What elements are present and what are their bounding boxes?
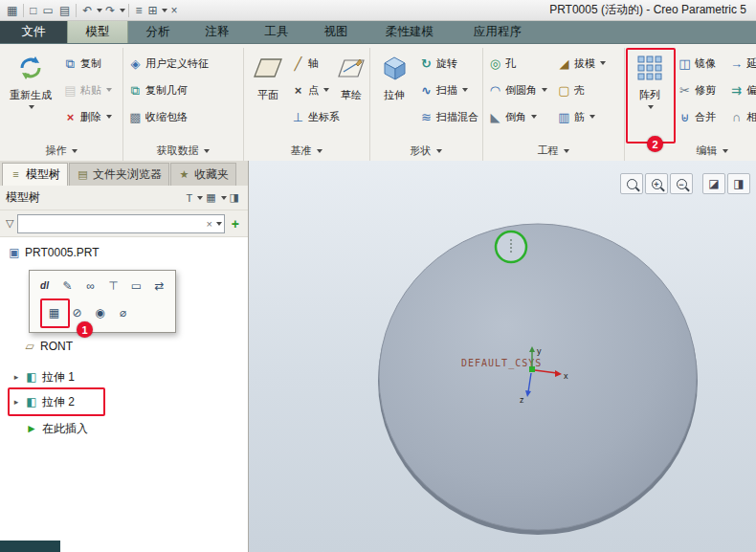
redo-icon[interactable]: ↷ xyxy=(102,1,118,20)
copy-button[interactable]: ⧉ 复制 xyxy=(63,52,101,75)
revolve-button[interactable]: ↻ 旋转 xyxy=(419,52,457,75)
delete-dropdown-caret[interactable] xyxy=(106,115,112,119)
tree-search-input[interactable] xyxy=(20,216,204,232)
draft-dropdown-caret[interactable] xyxy=(600,61,606,65)
undo-icon[interactable]: ↶ xyxy=(79,1,95,20)
hole-button[interactable]: ◎ 孔 xyxy=(488,52,516,75)
search-dropdown-caret[interactable] xyxy=(216,222,222,226)
udf-button[interactable]: ◈ 用户定义特征 xyxy=(128,52,209,75)
offset-button[interactable]: ⇉ 偏 xyxy=(729,78,756,101)
csys-button[interactable]: ⊥ 坐标系 xyxy=(291,105,340,128)
chamfer-dropdown-caret[interactable] xyxy=(531,115,537,119)
zoom-out-button[interactable]: − xyxy=(670,173,693,194)
draft-button[interactable]: ◢ 拔模 xyxy=(557,52,606,75)
sweep-button[interactable]: ∿ 扫描 xyxy=(419,78,468,101)
expand-caret-icon[interactable]: ▸ xyxy=(11,397,21,407)
shrinkwrap-button[interactable]: ▩ 收缩包络 xyxy=(128,105,188,128)
zoom-in-button[interactable]: + xyxy=(645,173,668,194)
extrude-button[interactable]: 拉伸 xyxy=(373,48,415,142)
reorder-icon[interactable]: ⇄ xyxy=(148,275,170,297)
zoom-region-icon xyxy=(627,179,637,189)
link-icon[interactable]: ∞ xyxy=(79,275,101,297)
suppress-icon[interactable]: ⊘ xyxy=(66,301,88,323)
zoom-region-button[interactable] xyxy=(620,173,643,194)
graphics-area[interactable]: DEFAULT_CSYS y x z + − ◪ ◨ xyxy=(249,161,756,552)
axis-button[interactable]: ╱ 轴 xyxy=(291,52,319,75)
round-dropdown-caret[interactable] xyxy=(542,88,547,92)
tree-node-insert-here[interactable]: ► 在此插入 xyxy=(25,419,88,438)
tree-node-extrude-2[interactable]: ▸ ◧ 拉伸 2 xyxy=(11,392,75,411)
tab-analysis[interactable]: 分析 xyxy=(128,21,188,43)
swept-blend-button[interactable]: ≋ 扫描混合 xyxy=(419,105,478,128)
csys-icon: ⊥ xyxy=(291,110,305,124)
pin-icon[interactable]: ⊤ xyxy=(102,275,124,297)
tree-node-extrude-1[interactable]: ▸ ◧ 拉伸 1 xyxy=(11,367,75,386)
close-window-icon[interactable]: × xyxy=(167,1,180,20)
rib-dropdown-caret[interactable] xyxy=(589,115,595,119)
disk-model[interactable] xyxy=(379,224,697,530)
windows-icon[interactable]: ⊞ xyxy=(145,1,160,20)
sweep-dropdown-caret[interactable] xyxy=(462,88,468,92)
intersect-button[interactable]: ∩ 相 xyxy=(729,105,756,128)
group-label-shapes[interactable]: 形状 xyxy=(369,143,482,159)
tree-expand-icon[interactable]: ◨ xyxy=(227,190,242,205)
pattern-button[interactable]: 阵列 xyxy=(629,48,671,142)
rib-button[interactable]: ▥ 筋 xyxy=(557,105,595,128)
show-icon[interactable]: ◉ xyxy=(89,301,111,323)
point-dropdown-caret[interactable] xyxy=(323,88,329,92)
pattern-dropdown-caret[interactable] xyxy=(648,105,654,109)
new-file-icon[interactable]: □ xyxy=(27,1,39,20)
tree-node-root[interactable]: ▣ PRT0005.PRT xyxy=(8,243,100,262)
edit-dimensions-icon[interactable]: dl xyxy=(33,275,56,297)
display-style-button[interactable]: ◪ xyxy=(702,173,725,194)
tab-applications[interactable]: 应用程序 xyxy=(454,21,542,43)
regenerate-quick-icon[interactable]: ≡ xyxy=(132,1,145,20)
window-menu-icon[interactable]: ▦ xyxy=(4,1,20,20)
add-filter-icon[interactable]: + xyxy=(229,216,242,232)
mini-pattern-icon[interactable]: ▦ xyxy=(43,301,65,323)
saved-orientations-button[interactable]: ◨ xyxy=(727,173,750,194)
regenerate-dropdown-caret[interactable] xyxy=(29,105,34,109)
redo-dropdown-caret[interactable] xyxy=(120,9,125,12)
round-button[interactable]: ◠ 倒圆角 xyxy=(488,78,547,101)
trim-button[interactable]: ✂ 修剪 xyxy=(678,78,716,101)
chamfer-button[interactable]: ◣ 倒角 xyxy=(488,105,537,128)
tab-folder-browser[interactable]: ▤ 文件夹浏览器 xyxy=(69,163,169,186)
paste-button[interactable]: ▤ 粘贴 xyxy=(63,78,112,101)
sketch-button[interactable]: 草绘 xyxy=(335,48,367,142)
point-button[interactable]: × 点 xyxy=(291,78,329,101)
group-label-operations[interactable]: 操作 xyxy=(0,143,122,159)
delete-button[interactable]: × 删除 xyxy=(63,105,112,128)
extend-button[interactable]: → 延 xyxy=(729,52,756,75)
tree-settings-icon[interactable]: ▦ xyxy=(203,190,218,205)
tab-annotate[interactable]: 注释 xyxy=(188,21,247,43)
tab-model-tree[interactable]: ≡ 模型树 xyxy=(2,163,68,186)
plane-button[interactable]: 平面 xyxy=(247,48,289,142)
group-label-datum[interactable]: 基准 xyxy=(243,143,369,159)
group-label-engineering[interactable]: 工程 xyxy=(482,143,624,159)
hide-icon[interactable]: ⌀ xyxy=(112,301,134,323)
regenerate-button[interactable]: 重新生成 xyxy=(2,48,59,142)
copy-geometry-button[interactable]: ⧉ 复制几何 xyxy=(128,78,188,101)
save-icon[interactable]: ▤ xyxy=(56,1,73,20)
tab-flexible-modeling[interactable]: 柔性建模 xyxy=(366,21,454,43)
tree-node-front[interactable]: ▱ RONT xyxy=(23,337,73,356)
tab-tools[interactable]: 工具 xyxy=(247,21,306,43)
tree-search-box: × xyxy=(17,214,224,233)
filter-funnel-icon[interactable]: ▽ xyxy=(6,217,13,230)
open-file-icon[interactable]: ▭ xyxy=(40,1,56,20)
tab-model[interactable]: 模型 xyxy=(67,21,128,43)
note-icon[interactable]: ▭ xyxy=(125,275,147,297)
tab-view[interactable]: 视图 xyxy=(306,21,366,43)
tab-file[interactable]: 文件 xyxy=(0,21,67,43)
group-label-get-data[interactable]: 获取数据 xyxy=(122,143,243,159)
tree-filter-icon[interactable]: T xyxy=(183,191,195,205)
clear-search-icon[interactable]: × xyxy=(204,218,213,230)
appearance-icon[interactable]: ✎ xyxy=(56,275,78,297)
merge-button[interactable]: ⊎ 合并 xyxy=(678,105,716,128)
shell-button[interactable]: ▢ 壳 xyxy=(557,78,585,101)
group-label-editing[interactable]: 编辑 xyxy=(670,143,754,159)
tab-favorites[interactable]: ★ 收藏夹 xyxy=(170,163,236,186)
mirror-button[interactable]: ◫ 镜像 xyxy=(678,52,716,75)
expand-caret-icon[interactable]: ▸ xyxy=(11,372,21,382)
